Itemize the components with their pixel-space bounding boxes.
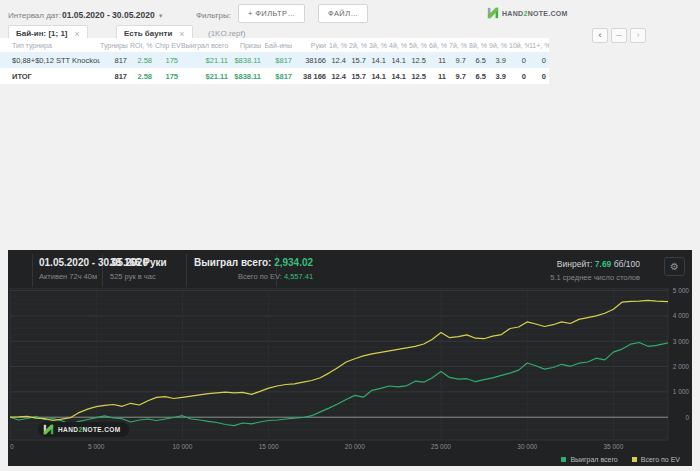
svg-text:5 000: 5 000 [88,443,105,450]
hand2note-h-icon [43,424,54,435]
svg-text:15 000: 15 000 [259,443,279,450]
svg-text:30 000: 30 000 [517,443,537,450]
table-cell: $817 [264,68,295,84]
table-cell: 3.9 [489,68,509,84]
file-button[interactable]: ФАЙЛ… [318,4,368,23]
table-header-cell[interactable]: 2й, % [349,38,369,52]
table-cell: 2.58 [130,68,155,84]
results-table: Тип турнираТурнирыROI, %Chip EVВыиграл в… [0,38,549,84]
hand2note-h-icon [487,7,499,19]
table-cell: $0,88+$0,12 STT Knockout, 9max [0,52,100,68]
svg-text:0: 0 [685,414,689,421]
table-row[interactable]: $0,88+$0,12 STT Knockout, 9max8172.58175… [0,52,549,68]
svg-text:25 000: 25 000 [431,443,451,450]
table-cell: $838.11 [231,52,264,68]
header-divider [186,254,187,287]
table-header-cell[interactable]: 8й, % [469,38,489,52]
chart-legend: Выиграл всегоВсего по EV [561,456,680,463]
table-cell: 12.4 [329,52,349,68]
chart-panel: 01.05.2020 - 30.05.2020 Активен 72ч 40м … [8,250,692,466]
table-cell: 38 166 [295,68,329,84]
chart-watermark: HAND2NOTE.COM [38,422,129,437]
table-cell: 12.5 [409,68,429,84]
svg-text:4 000: 4 000 [673,312,690,319]
table-header-cell[interactable]: Бай-ины [264,38,295,52]
table-cell: 14.1 [369,52,389,68]
table-cell: 2.58 [130,52,155,68]
ev-value: 4,557.41 [284,272,313,281]
table-header-cell[interactable]: 10й, % [509,38,529,52]
legend-color-swatch [632,457,637,462]
table-cell: 38166 [295,52,329,68]
table-cell: $21.11 [181,68,231,84]
legend-label: Всего по EV [641,456,680,463]
nav-minus-button[interactable]: – [611,28,627,43]
legend-item[interactable]: Всего по EV [632,456,680,463]
table-header-cell[interactable]: 5й, % [409,38,429,52]
table-cell: 14.1 [389,52,409,68]
table-header-cell[interactable]: 6й, % [429,38,449,52]
table-cell: 6.5 [469,68,489,84]
table-header-cell[interactable]: ROI, % [130,38,155,52]
chart-winnings-section: Выиграл всего: 2,934.02 Всего по EV: 4,5… [194,257,313,281]
gear-icon[interactable]: ⚙ [664,257,685,276]
svg-text:0: 0 [10,443,14,450]
table-header-cell[interactable]: 11+, % [529,38,549,52]
table-row[interactable]: ИТОГ8172.58175$21.11$838.11$81738 16612.… [0,68,549,84]
table-cell: 817 [100,52,130,68]
svg-text:20 000: 20 000 [345,443,365,450]
ev-label: Всего по EV: [238,272,282,281]
table-cell: 9.7 [449,52,469,68]
table-header-cell[interactable]: Chip EV [155,38,181,52]
svg-text:1 000: 1 000 [673,388,690,395]
table-header-cell[interactable]: Руки [295,38,329,52]
table-header-cell[interactable]: 1й, % [329,38,349,52]
table-cell: $21.11 [181,52,231,68]
hands-per-hour: 525 рук в час [110,272,167,281]
nav-forward-button[interactable]: › [630,28,646,43]
legend-color-swatch [561,457,566,462]
close-icon[interactable]: × [179,30,184,38]
close-icon[interactable]: × [75,30,80,38]
table-cell: 11 [429,68,449,84]
table-cell: 14.1 [389,68,409,84]
svg-text:10 000: 10 000 [172,443,192,450]
table-cell: ИТОГ [0,68,100,84]
table-header-cell[interactable]: 3й, % [369,38,389,52]
table-header-cell[interactable]: 9й, % [489,38,509,52]
table-header-cell[interactable]: 7й, % [449,38,469,52]
table-cell: 11 [429,52,449,68]
table-cell: 0 [509,68,529,84]
chevron-down-icon: ▼ [158,13,164,19]
table-header-cell[interactable]: Тип турнира [0,38,100,52]
table-cell: 175 [155,52,181,68]
winrate-unit: бб/100 [614,259,640,269]
table-cell: 12.4 [329,68,349,84]
table-cell: 0 [529,52,549,68]
table-cell: 175 [155,68,181,84]
table-cell: 0 [509,52,529,68]
table-cell: 14.1 [369,68,389,84]
table-header-cell[interactable]: Призы [231,38,264,52]
report-file-name: (1KO.repf) [208,29,245,38]
nav-back-button[interactable]: ‹ [592,28,608,43]
winrate-section: Винрейт: 7.69 бб/100 5.1 среднее число с… [550,259,640,282]
header-divider [32,254,33,287]
svg-text:35 000: 35 000 [603,443,623,450]
legend-label: Выиграл всего [570,456,617,463]
add-filter-button[interactable]: + ФИЛЬТР… [238,4,305,23]
table-cell: 9.7 [449,68,469,84]
table-cell: 12.5 [409,52,429,68]
table-header-cell[interactable]: Выиграл всего [181,38,231,52]
table-header-row: Тип турнираТурнирыROI, %Chip EVВыиграл в… [0,38,549,52]
date-range-dropdown[interactable]: 01.05.2020 - 30.05.2020▼ [62,10,164,20]
table-cell: 6.5 [469,52,489,68]
legend-item[interactable]: Выиграл всего [561,456,617,463]
table-header-cell[interactable]: Турниры [100,38,130,52]
winrate-label: Винрейт: [557,259,593,269]
table-cell: 15.7 [349,52,369,68]
table-header-cell[interactable]: 4й, % [389,38,409,52]
table-cell: $838.11 [231,68,264,84]
table-cell: 0 [529,68,549,84]
won-label: Выиграл всего: [194,257,271,268]
